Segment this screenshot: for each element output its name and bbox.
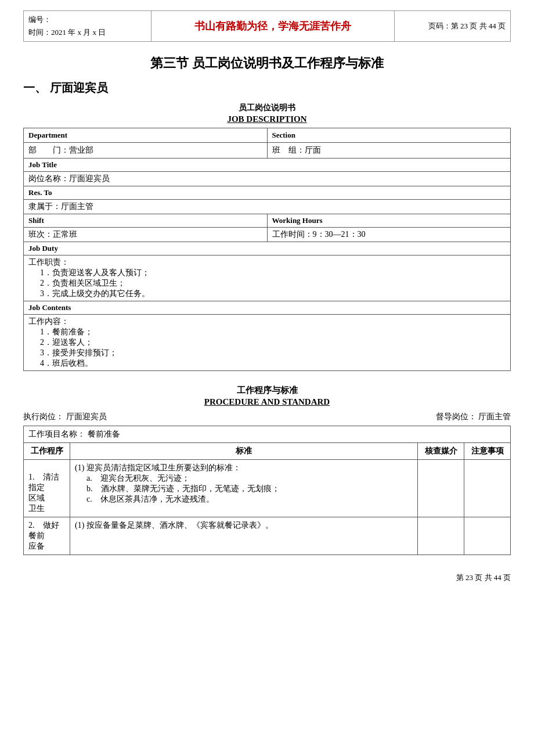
shift-label: Shift	[24, 214, 268, 228]
shift-value: 班次：正常班	[24, 228, 268, 242]
section-label: Section	[272, 131, 295, 139]
proc-row-1-standard-a: a. 迎宾台无积灰、无污迹；	[86, 473, 413, 484]
duty-item-1: 1．负责迎送客人及客人预订；	[40, 268, 506, 278]
job-title-label: Job Title	[24, 159, 511, 172]
proc-row-1-media	[418, 460, 464, 517]
work-item-label: 工作项目名称：	[28, 430, 85, 438]
header-table: 编号： 时间：2021 年 x 月 x 日 书山有路勤为径，学海无涯苦作舟 页码…	[23, 10, 511, 42]
work-item-row: 工作项目名称： 餐前准备	[24, 426, 511, 443]
duty-label: Job Duty	[24, 242, 511, 255]
proc-row-1-standard: (1) 迎宾员清洁指定区域卫生所要达到的标准： a. 迎宾台无积灰、无污迹； b…	[70, 460, 418, 517]
proc-row-1-note	[464, 460, 511, 517]
contents-item-2: 2．迎送客人；	[40, 337, 506, 348]
proc-position-value: 厅面迎宾员	[66, 412, 107, 421]
contents-cn: 工作内容：	[28, 316, 506, 327]
jd-title-cn: 员工岗位说明书	[23, 103, 511, 113]
proc-title-en: PROCEDURE AND STANDARD	[23, 397, 511, 407]
duty-item-3: 3．完成上级交办的其它任务。	[40, 289, 506, 299]
dept-value: 部 门：营业部	[24, 143, 268, 159]
col-header-note: 注意事项	[464, 443, 511, 460]
job-title-label-text: Job Title	[28, 160, 57, 169]
duty-item-2: 2．负责相关区域卫生；	[40, 278, 506, 289]
header-page: 页码：第 23 页 共 44 页	[395, 11, 511, 42]
date-label: 时间：2021 年 x 月 x 日	[28, 26, 146, 39]
header-slogan: 书山有路勤为径，学海无涯苦作舟	[151, 11, 395, 42]
working-hours-value: 工作时间：9：30—21：30	[267, 228, 511, 242]
contents-content: 工作内容： 1．餐前准备； 2．迎送客人； 3．接受并安排预订； 4．班后收档。	[24, 315, 511, 371]
proc-title-cn: 工作程序与标准	[23, 385, 511, 396]
working-hours-label: Working Hours	[267, 214, 511, 228]
duty-cn: 工作职责：	[28, 257, 506, 268]
proc-row-2-standard: (1) 按应备量备足菜牌、酒水牌、《宾客就餐记录表》。	[70, 517, 418, 555]
proc-meta: 执行岗位： 厅面迎宾员 督导岗位： 厅面主管	[23, 412, 511, 422]
section-value: 班 组：厅面	[267, 143, 511, 159]
col-header-step: 工作程序	[24, 443, 70, 460]
jd-table: Department Section 部 门：营业部 班 组：厅面 Job Ti…	[23, 128, 511, 371]
contents-item-3: 3．接受并安排预订；	[40, 348, 506, 358]
proc-row-2-note	[464, 517, 511, 555]
dept-label: Department	[28, 131, 67, 139]
contents-label-text: Job Contents	[28, 303, 71, 312]
jd-title-en: JOB DESCRIPTION	[23, 114, 511, 124]
footer-page: 第 23 页 共 44 页	[23, 573, 511, 583]
section1-number: 一、	[23, 81, 46, 94]
shift-label-text: Shift	[28, 216, 44, 225]
contents-item-1: 1．餐前准备；	[40, 327, 506, 337]
proc-row-1: 1. 清洁指定区域卫生 (1) 迎宾员清洁指定区域卫生所要达到的标准： a. 迎…	[24, 460, 511, 517]
working-hours-label-text: Working Hours	[272, 216, 323, 225]
proc-row-1-standard-p1: (1) 迎宾员清洁指定区域卫生所要达到的标准：	[75, 463, 413, 473]
section1-title: 一、 厅面迎宾员	[23, 80, 511, 96]
res-label: Res. To	[24, 186, 511, 200]
header-left: 编号： 时间：2021 年 x 月 x 日	[24, 11, 151, 42]
contents-label: Job Contents	[24, 301, 511, 315]
proc-supervisor-value: 厅面主管	[478, 412, 511, 421]
proc-supervisor-label: 督导岗位：	[436, 412, 477, 421]
main-title: 第三节 员工岗位说明书及工作程序与标准	[23, 55, 511, 72]
proc-position-label: 执行岗位：	[23, 412, 64, 421]
duty-content: 工作职责： 1．负责迎送客人及客人预订； 2．负责相关区域卫生； 3．完成上级交…	[24, 255, 511, 301]
proc-row-1-step-num: 1. 清洁指定区域卫生	[28, 473, 59, 513]
proc-table: 工作项目名称： 餐前准备 工作程序 标准 核查媒介 注意事项 1. 清洁指定区域…	[23, 426, 511, 555]
work-item-value: 餐前准备	[88, 430, 120, 438]
proc-row-2-step-num: 2. 做好餐前应备	[28, 521, 59, 550]
proc-position: 执行岗位： 厅面迎宾员	[23, 412, 107, 422]
proc-row-2-standard-p1: (1) 按应备量备足菜牌、酒水牌、《宾客就餐记录表》。	[75, 520, 413, 531]
proc-supervisor: 督导岗位： 厅面主管	[436, 412, 511, 422]
dept-header: Department	[24, 128, 268, 143]
code-label: 编号：	[28, 13, 146, 26]
section1-name: 厅面迎宾员	[50, 81, 108, 94]
col-header-standard: 标准	[70, 443, 418, 460]
proc-row-2-media	[418, 517, 464, 555]
proc-row-1-standard-c: c. 休息区茶具洁净，无水迹残渣。	[86, 494, 413, 505]
col-header-media: 核查媒介	[418, 443, 464, 460]
page-wrapper: 编号： 时间：2021 年 x 月 x 日 书山有路勤为径，学海无涯苦作舟 页码…	[0, 0, 534, 756]
section-header: Section	[267, 128, 511, 143]
proc-row-2-step: 2. 做好餐前应备	[24, 517, 70, 555]
contents-item-4: 4．班后收档。	[40, 358, 506, 369]
proc-row-2: 2. 做好餐前应备 (1) 按应备量备足菜牌、酒水牌、《宾客就餐记录表》。	[24, 517, 511, 555]
res-label-text: Res. To	[28, 188, 52, 197]
proc-row-1-standard-b: b. 酒水牌、菜牌无污迹，无指印，无笔迹，无划痕；	[86, 484, 413, 494]
proc-row-1-step: 1. 清洁指定区域卫生	[24, 460, 70, 517]
job-title-value: 岗位名称：厅面迎宾员	[24, 172, 511, 186]
duty-label-text: Job Duty	[28, 244, 58, 253]
res-value: 隶属于：厅面主管	[24, 200, 511, 214]
